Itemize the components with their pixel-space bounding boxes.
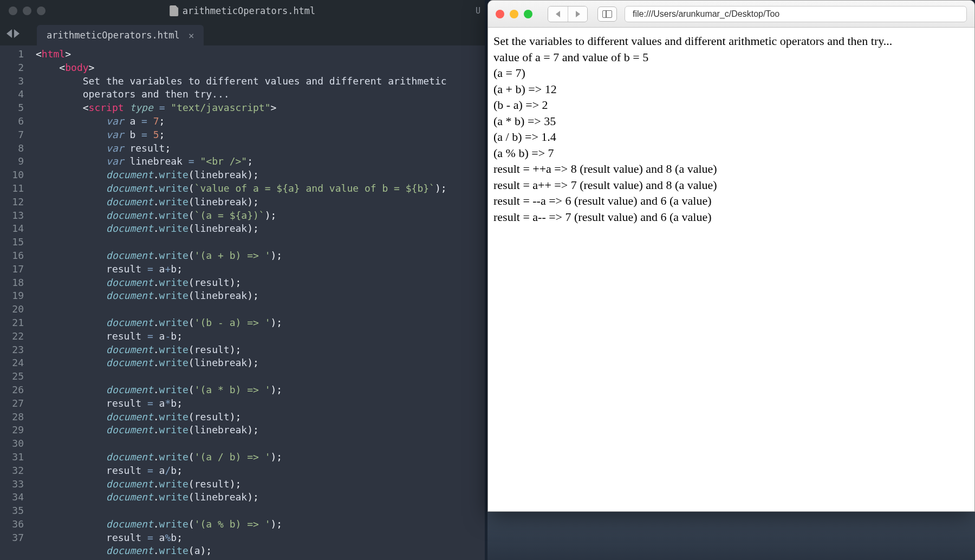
- code-line[interactable]: [36, 437, 485, 451]
- line-number: 24: [0, 356, 24, 370]
- code-line[interactable]: document.write(result);: [36, 276, 485, 290]
- code-line[interactable]: document.write(linebreak);: [36, 168, 485, 182]
- code-line[interactable]: [36, 370, 485, 383]
- output-line: (a = 7): [493, 65, 969, 81]
- code-line[interactable]: result = a/b;: [36, 464, 485, 478]
- line-number: 5: [0, 101, 24, 115]
- editor-body: 1234567891011121314151617181920212223242…: [0, 45, 485, 560]
- code-line[interactable]: result = a%b;: [36, 531, 485, 545]
- browser-traffic-lights: [496, 10, 532, 18]
- code-line[interactable]: document.write('(a % b) => ');: [36, 518, 485, 531]
- code-line[interactable]: document.write(linebreak);: [36, 356, 485, 370]
- code-line[interactable]: document.write('(a + b) => ');: [36, 249, 485, 263]
- line-number: 30: [0, 437, 24, 451]
- output-line: (b - a) => 2: [493, 97, 969, 113]
- code-line[interactable]: result = a+b;: [36, 263, 485, 276]
- line-number: 22: [0, 330, 24, 343]
- minimize-icon[interactable]: [510, 10, 518, 18]
- nav-forward-icon[interactable]: [14, 29, 20, 38]
- code-line[interactable]: document.write(linebreak);: [36, 196, 485, 209]
- browser-nav-group: [548, 6, 588, 22]
- line-number: 2: [0, 61, 24, 75]
- code-line[interactable]: document.write(result);: [36, 343, 485, 357]
- output-line: Set the variables to different values an…: [493, 33, 969, 49]
- tab-active[interactable]: arithmeticOperators.html ×: [37, 25, 204, 45]
- line-number: 11: [0, 182, 24, 196]
- code-area[interactable]: <html> <body> Set the variables to diffe…: [30, 45, 485, 560]
- line-number: 12: [0, 196, 24, 209]
- desktop-background: [487, 512, 975, 560]
- code-line[interactable]: document.write(linebreak);: [36, 222, 485, 236]
- minimize-icon[interactable]: [23, 6, 31, 15]
- code-line[interactable]: result = a*b;: [36, 397, 485, 411]
- line-number: 31: [0, 451, 24, 464]
- tab-bar: arithmeticOperators.html ×: [0, 22, 485, 45]
- line-number: 27: [0, 397, 24, 411]
- output-line: result = ++a => 8 (result value) and 8 (…: [493, 161, 969, 177]
- line-number: 36: [0, 518, 24, 531]
- code-line[interactable]: var b = 5;: [36, 128, 485, 142]
- output-line: (a / b) => 1.4: [493, 129, 969, 145]
- code-line[interactable]: document.write(`(a = ${a})`);: [36, 209, 485, 223]
- code-line[interactable]: result = a-b;: [36, 330, 485, 343]
- browser-content: Set the variables to different values an…: [488, 28, 974, 230]
- nav-back-icon[interactable]: [6, 29, 12, 38]
- window-title: arithmeticOperators.html: [170, 5, 316, 16]
- line-number: 8: [0, 142, 24, 155]
- line-number: 9: [0, 155, 24, 168]
- line-number: 7: [0, 128, 24, 142]
- code-line[interactable]: document.write(linebreak);: [36, 289, 485, 303]
- code-line[interactable]: document.write('(a * b) => ');: [36, 383, 485, 397]
- zoom-icon[interactable]: [524, 10, 532, 18]
- file-icon: [170, 5, 178, 16]
- sidebar-toggle-button[interactable]: [597, 6, 617, 22]
- line-number: 25: [0, 370, 24, 383]
- code-line[interactable]: <script type = "text/javascript">: [36, 101, 485, 115]
- code-line[interactable]: document.write(linebreak);: [36, 491, 485, 504]
- traffic-lights: [9, 6, 46, 15]
- code-line[interactable]: document.write(result);: [36, 478, 485, 491]
- line-number: 13: [0, 209, 24, 223]
- code-line[interactable]: [36, 504, 485, 518]
- zoom-icon[interactable]: [37, 6, 46, 15]
- title-suffix: U: [476, 6, 480, 16]
- code-line[interactable]: var result;: [36, 142, 485, 155]
- forward-button[interactable]: [568, 6, 587, 22]
- code-line[interactable]: document.write(`value of a = ${a} and va…: [36, 182, 485, 196]
- tab-close-icon[interactable]: ×: [188, 30, 194, 41]
- line-number: 28: [0, 411, 24, 424]
- sidebar-icon: [602, 10, 612, 18]
- output-line: result = --a => 6 (result value) and 6 (…: [493, 193, 969, 209]
- code-line[interactable]: [36, 303, 485, 316]
- editor-titlebar[interactable]: arithmeticOperators.html U: [0, 0, 485, 22]
- close-icon[interactable]: [496, 10, 504, 18]
- line-number: 19: [0, 289, 24, 303]
- back-button[interactable]: [548, 6, 568, 22]
- code-line[interactable]: var a = 7;: [36, 115, 485, 128]
- output-line: (a % b) => 7: [493, 145, 969, 161]
- code-line[interactable]: <html>: [36, 48, 485, 61]
- code-line[interactable]: <body>: [36, 61, 485, 75]
- line-number: 34: [0, 491, 24, 504]
- browser-toolbar: file:///Users/arunkumar_c/Desktop/Too: [488, 1, 974, 28]
- code-line[interactable]: document.write('(a / b) => ');: [36, 451, 485, 464]
- code-line[interactable]: document.write(linebreak);: [36, 424, 485, 437]
- close-icon[interactable]: [9, 6, 17, 15]
- output-line: (a + b) => 12: [493, 81, 969, 97]
- url-bar[interactable]: file:///Users/arunkumar_c/Desktop/Too: [625, 6, 967, 22]
- line-number: 32: [0, 464, 24, 478]
- code-line[interactable]: var linebreak = "<br />";: [36, 155, 485, 168]
- line-number: 16: [0, 249, 24, 263]
- code-line[interactable]: document.write(a);: [36, 544, 485, 558]
- code-line[interactable]: operators and then try...: [36, 88, 485, 101]
- code-line[interactable]: [36, 236, 485, 249]
- chevron-left-icon: [556, 11, 560, 17]
- code-line[interactable]: Set the variables to different values an…: [36, 75, 485, 88]
- output-line: (a * b) => 35: [493, 113, 969, 129]
- line-number: 14: [0, 222, 24, 236]
- line-number-gutter: 1234567891011121314151617181920212223242…: [0, 45, 30, 560]
- output-line: result = a-- => 7 (result value) and 6 (…: [493, 209, 969, 225]
- line-number: 4: [0, 88, 24, 101]
- code-line[interactable]: document.write(result);: [36, 411, 485, 424]
- code-line[interactable]: document.write('(b - a) => ');: [36, 316, 485, 330]
